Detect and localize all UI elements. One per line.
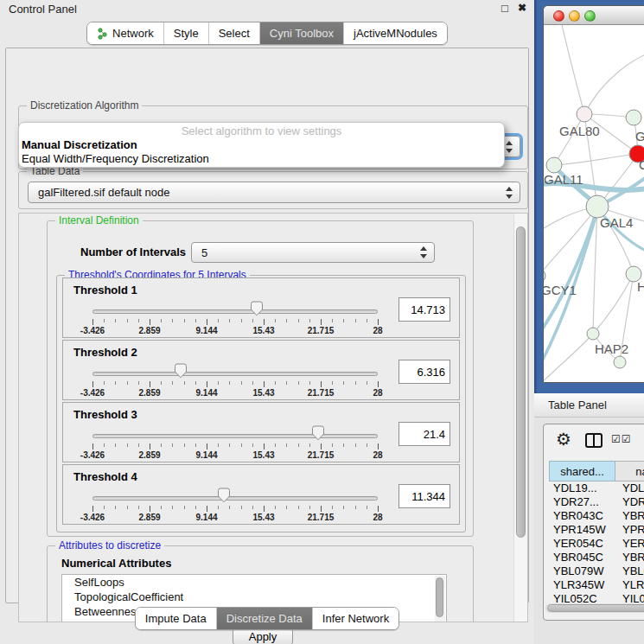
threshold-value-field[interactable]: 14.713 bbox=[399, 297, 450, 322]
attribute-list-item[interactable]: TopologicalCoefficient bbox=[62, 590, 446, 604]
slider-handle[interactable] bbox=[217, 488, 231, 507]
threshold-row: Threshold 1 bbox=[62, 277, 460, 338]
float-window-icon[interactable]: □ bbox=[501, 2, 508, 15]
slider-ruler bbox=[92, 506, 378, 512]
table-row[interactable]: YBR045C YBR0 bbox=[549, 551, 644, 564]
slider-thumb-icon bbox=[217, 488, 231, 503]
close-traffic-light-icon[interactable] bbox=[553, 10, 564, 22]
number-of-intervals-label: Number of Intervals bbox=[80, 245, 186, 258]
slider-ruler bbox=[92, 443, 378, 450]
node-label: GAL4 bbox=[600, 215, 633, 230]
threshold-row: Threshold 3 bbox=[62, 402, 460, 462]
tab-network[interactable]: Network bbox=[87, 22, 163, 44]
node-label: GAL80 bbox=[559, 124, 600, 138]
popup-option-manual-discretization[interactable]: Manual Discretization bbox=[22, 138, 137, 151]
interval-definition-group: Interval Definition Number of Intervals … bbox=[47, 220, 474, 537]
node-table-panel: ⚙ ☑☑ shared... name YDL19... YDL1 YDR27.… bbox=[543, 424, 644, 621]
threshold-value-field[interactable]: 11.344 bbox=[399, 484, 450, 508]
popup-hint: Select algorithm to view settings bbox=[19, 124, 504, 137]
tab-discretize-data[interactable]: Discretize Data bbox=[216, 608, 312, 629]
minimize-traffic-light-icon[interactable] bbox=[569, 10, 580, 22]
network-window-titlebar bbox=[544, 6, 644, 25]
threshold-slider: -3.426 2.859 9.144 15.43 21.715 28 bbox=[92, 465, 378, 524]
table-row[interactable]: YIL052C YIL0 bbox=[549, 592, 644, 603]
bottom-tab-bar: Impute Data Discretize Data Infer Networ… bbox=[0, 607, 534, 630]
column-header-name[interactable]: name bbox=[615, 461, 644, 481]
threshold-value-field[interactable]: 21.4 bbox=[399, 422, 450, 446]
settings-scroll-viewport: Interval Definition Number of Intervals … bbox=[18, 213, 528, 622]
column-header-shared-name[interactable]: shared... bbox=[549, 461, 615, 481]
slider-tick-labels: -3.426 2.859 9.144 15.43 21.715 28 bbox=[92, 450, 378, 461]
panel-title: Control Panel bbox=[9, 3, 77, 16]
node-label: C bbox=[639, 157, 644, 172]
settings-vertical-scrollbar[interactable] bbox=[513, 214, 527, 622]
right-column: GAL80 GA C GAL11 GAL4 GCY1 H HAP2 Table … bbox=[534, 0, 644, 644]
table-row[interactable]: YBL079W YBL0 bbox=[549, 564, 644, 578]
table-row[interactable]: YLR345W YLR3 bbox=[549, 578, 644, 592]
slider-thumb-icon bbox=[250, 301, 264, 316]
number-of-intervals-combobox[interactable]: 5 bbox=[191, 242, 435, 263]
table-data-group: Table Data galFiltered.sif default node bbox=[18, 171, 528, 209]
slider-tick-labels: -3.426 2.859 9.144 15.43 21.715 28 bbox=[92, 388, 378, 399]
threshold-row: Threshold 2 bbox=[62, 340, 460, 400]
table-row[interactable]: YER054C YER0 bbox=[549, 537, 644, 551]
table-data-combobox[interactable]: galFiltered.sif default node bbox=[28, 182, 520, 203]
tab-style[interactable]: Style bbox=[163, 22, 208, 44]
slider-thumb-icon bbox=[174, 363, 188, 379]
cyni-toolbox-panel: Discretization Algorithm Table Data galF… bbox=[5, 48, 529, 603]
threshold-row: Threshold 4 bbox=[62, 464, 460, 525]
table-row[interactable]: YDR27... YDR2 bbox=[549, 495, 644, 509]
table-toolbar: ⚙ ☑☑ bbox=[544, 424, 644, 457]
network-view-window[interactable]: GAL80 GA C GAL11 GAL4 GCY1 H HAP2 bbox=[543, 5, 644, 383]
group-title: Attributes to discretize bbox=[55, 539, 164, 552]
node-label: H bbox=[637, 279, 644, 294]
threshold-value-field[interactable]: 6.316 bbox=[399, 360, 450, 384]
top-tab-bar: Network Style Select Cyni Toolbox jActiv… bbox=[0, 22, 534, 45]
numerical-attributes-label: Numerical Attributes bbox=[61, 557, 171, 570]
tab-label: Network bbox=[112, 27, 154, 40]
attribute-list-item[interactable]: SelfLoops bbox=[62, 575, 446, 590]
gear-icon[interactable]: ⚙ bbox=[556, 429, 571, 450]
network-canvas[interactable]: GAL80 GA C GAL11 GAL4 GCY1 H HAP2 bbox=[544, 25, 644, 383]
node-ga[interactable] bbox=[626, 110, 641, 125]
slider-handle[interactable] bbox=[311, 425, 325, 444]
tab-select[interactable]: Select bbox=[208, 22, 259, 44]
select-columns-checkbox-icons[interactable]: ☑☑ bbox=[611, 433, 632, 445]
control-panel: Control Panel □ ✖ Network Style Select C… bbox=[0, 0, 534, 644]
close-icon[interactable]: ✖ bbox=[518, 2, 526, 14]
threshold-slider: -3.426 2.859 9.144 15.43 21.715 28 bbox=[92, 403, 378, 462]
network-icon bbox=[97, 28, 108, 40]
table-horizontal-scrollbar[interactable] bbox=[545, 603, 644, 613]
table-panel-title: Table Panel bbox=[548, 399, 607, 411]
table-row[interactable]: YBR043C YBR0 bbox=[549, 509, 644, 523]
tab-impute-data[interactable]: Impute Data bbox=[136, 608, 216, 629]
threshold-slider: -3.426 2.859 9.144 15.43 21.715 28 bbox=[92, 278, 378, 337]
node-hap2[interactable] bbox=[587, 328, 599, 340]
node-gal11[interactable] bbox=[546, 157, 562, 173]
threshold-slider: -3.426 2.859 9.144 15.43 21.715 28 bbox=[92, 341, 378, 399]
node-label: HAP2 bbox=[595, 341, 628, 356]
network-graph: GAL80 GA C GAL11 GAL4 GCY1 H HAP2 bbox=[544, 25, 644, 383]
slider-tick-labels: -3.426 2.859 9.144 15.43 21.715 28 bbox=[92, 326, 378, 336]
threshold-rows: Threshold 1 bbox=[57, 277, 465, 525]
table-row[interactable]: YPR145W YPR1 bbox=[549, 523, 644, 537]
tab-cyni-toolbox[interactable]: Cyni Toolbox bbox=[259, 22, 343, 44]
network-desktop-background: GAL80 GA C GAL11 GAL4 GCY1 H HAP2 bbox=[534, 0, 644, 393]
combo-value: galFiltered.sif default node bbox=[38, 186, 169, 199]
popup-option-equal-width-frequency[interactable]: Equal Width/Frequency Discretization bbox=[22, 152, 209, 165]
split-pane-icon[interactable] bbox=[585, 433, 603, 448]
node-table: shared... name YDL19... YDL1 YDR27... YD… bbox=[549, 461, 644, 603]
slider-handle[interactable] bbox=[174, 363, 188, 382]
combo-stepper-icon bbox=[506, 187, 513, 199]
node-gcy1[interactable] bbox=[544, 269, 545, 283]
zoom-traffic-light-icon[interactable] bbox=[584, 10, 596, 22]
table-row[interactable]: YDL19... YDL1 bbox=[549, 481, 644, 495]
group-title: Discretization Algorithm bbox=[27, 99, 142, 112]
tab-jactivemnodules[interactable]: jActiveMNodules bbox=[343, 22, 447, 44]
combo-stepper-icon bbox=[420, 246, 428, 258]
node-gal80[interactable] bbox=[577, 106, 592, 122]
table-rows: YDL19... YDL1 YDR27... YDR2 YBR043C YBR0 bbox=[549, 481, 644, 603]
tab-infer-network[interactable]: Infer Network bbox=[312, 608, 399, 629]
slider-handle[interactable] bbox=[250, 301, 264, 320]
node-bottom[interactable] bbox=[614, 356, 626, 368]
